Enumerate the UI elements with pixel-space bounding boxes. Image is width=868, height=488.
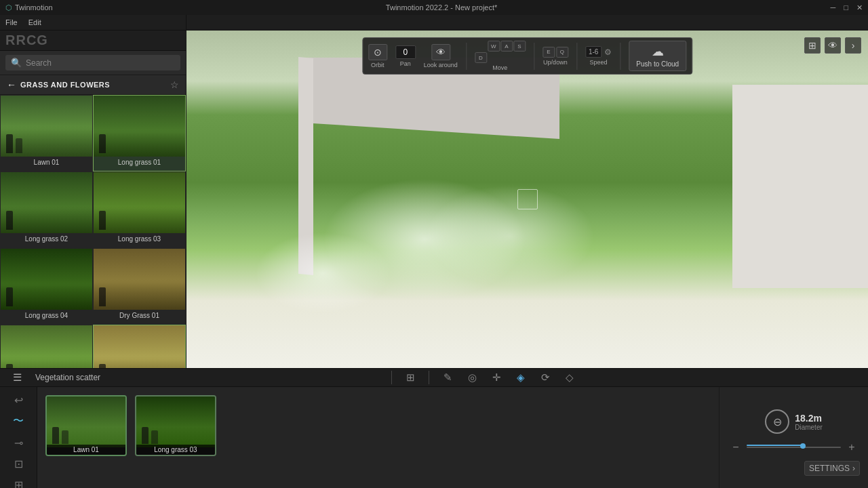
- search-wrapper[interactable]: 🔍: [5, 55, 180, 70]
- scatter-items: Lawn 01 Long grass 03: [37, 387, 719, 488]
- key-w: W: [488, 41, 500, 52]
- slider-plus-icon[interactable]: +: [844, 439, 860, 455]
- key-q: Q: [556, 47, 568, 58]
- asset-longgrass03[interactable]: Long grass 03: [93, 171, 186, 248]
- category-name: GRASS AND FLOWERS: [20, 81, 110, 89]
- orbit-tool[interactable]: ⊙ Orbit: [368, 44, 387, 68]
- sidebar: RRCG 🔍 ← GRASS AND FLOWERS ☆: [0, 30, 186, 368]
- logo-text: RRCG: [5, 33, 48, 48]
- app-name-label: Twinmotion: [15, 3, 53, 12]
- settings-button[interactable]: SETTINGS ›: [804, 461, 860, 476]
- diameter-control: ⊖ 18.2m Diameter: [765, 409, 823, 434]
- right-panel: ⊖ 18.2m Diameter − + SETTINGS ›: [719, 387, 868, 488]
- app-icon: ⬡ Twinmotion: [5, 3, 53, 12]
- asset-drygrass01-label: Dry Grass 01: [94, 310, 185, 321]
- key-d: D: [475, 52, 487, 63]
- asset-longgrass04-label: Long grass 04: [1, 310, 92, 321]
- left-icons-col: ↩ 〜 ⊸ ⊡ ⊞: [0, 387, 37, 488]
- move-tool: W A S D Move: [475, 41, 526, 71]
- separator2: [429, 371, 429, 384]
- asset-lawn01-label: Lawn 01: [1, 157, 92, 168]
- slider-minus-icon[interactable]: −: [728, 439, 744, 455]
- layers-icon[interactable]: ⊡: [7, 456, 29, 472]
- category-header: ← GRASS AND FLOWERS ☆: [0, 75, 186, 95]
- titlebar: ⬡ Twinmotion Twinmotion 2022.2 - New pro…: [0, 0, 868, 15]
- window-title: Twinmotion 2022.2 - New project*: [386, 3, 497, 12]
- scatter-item-longgrass03[interactable]: Long grass 03: [135, 395, 216, 456]
- maximize-button[interactable]: □: [844, 3, 848, 12]
- eye-icon[interactable]: 👁: [825, 37, 841, 54]
- scatter-lawn01-label: Lawn 01: [47, 445, 125, 455]
- erase-tool-icon[interactable]: ◇: [561, 369, 578, 386]
- diameter-value: 18.2m: [795, 413, 823, 424]
- hamburger-icon[interactable]: ☰: [8, 369, 26, 386]
- viewport[interactable]: ⊙ Orbit 0 Pan 👁 Look around W: [186, 30, 868, 368]
- settings-row: SETTINGS ›: [728, 461, 860, 476]
- chevron-right-icon[interactable]: ›: [845, 37, 861, 54]
- paint-icon[interactable]: ◈: [512, 369, 530, 386]
- asset-drygrass01[interactable]: Dry Grass 01: [93, 248, 186, 325]
- pan-label: Pan: [400, 60, 411, 67]
- pencil-icon[interactable]: ✎: [439, 369, 456, 386]
- asset-grid: Lawn 01 Long grass 01 Long g: [0, 95, 186, 368]
- minimize-button[interactable]: ─: [831, 3, 836, 12]
- speed-value: 1-6: [585, 46, 601, 58]
- viewport-top-right: ⊞ 👁 ›: [804, 37, 861, 54]
- speed-label: Speed: [590, 59, 608, 66]
- search-input[interactable]: [26, 58, 175, 68]
- diameter-label: Diameter: [795, 424, 823, 431]
- orbit-label: Orbit: [371, 62, 384, 68]
- pan-tool: 0 Pan: [395, 45, 416, 67]
- push-cloud-button[interactable]: ☁ Push to Cloud: [629, 41, 686, 71]
- crosshair-tool-icon[interactable]: ✛: [488, 369, 505, 386]
- circle-tool-icon[interactable]: ◎: [463, 369, 481, 386]
- look-label: Look around: [424, 62, 458, 68]
- key-s: S: [513, 41, 526, 52]
- asset-longgrass01[interactable]: Long grass 01: [93, 95, 186, 171]
- scatter-icon[interactable]: 〜: [7, 413, 29, 429]
- back-nav-icon[interactable]: ↩: [7, 392, 29, 408]
- separator-line: [391, 371, 392, 384]
- diameter-slider[interactable]: [747, 447, 841, 448]
- key-e: E: [542, 47, 555, 58]
- bottom-label: Vegetation scatter: [35, 373, 100, 382]
- search-bar: 🔍: [0, 51, 186, 75]
- menu-file[interactable]: File: [5, 18, 18, 26]
- key-a: A: [500, 41, 513, 52]
- node-icon[interactable]: ⊸: [7, 434, 29, 450]
- asset-longgrass04[interactable]: Long grass 04: [0, 248, 93, 325]
- link-icon[interactable]: ⊞: [7, 477, 29, 488]
- layout-icon[interactable]: ⊞: [804, 37, 821, 54]
- push-cloud-label: Push to Cloud: [636, 60, 679, 68]
- asset-drywildgrass01[interactable]: Dry Wild Grass 01: [93, 325, 186, 368]
- bottom-panel: ↩ 〜 ⊸ ⊡ ⊞ Lawn 01: [0, 387, 868, 488]
- diameter-slider-row: − +: [728, 439, 860, 455]
- asset-lawn01[interactable]: Lawn 01: [0, 95, 93, 171]
- asset-longgrass02-label: Long grass 02: [1, 233, 92, 245]
- pan-value: 0: [395, 45, 416, 59]
- back-arrow[interactable]: ←: [7, 79, 16, 90]
- close-button[interactable]: ✕: [856, 3, 863, 12]
- menu-edit[interactable]: Edit: [28, 18, 41, 26]
- menubar: File Edit: [0, 15, 186, 30]
- asset-longgrass02[interactable]: Long grass 02: [0, 171, 93, 248]
- move-keys: W A S D: [475, 41, 526, 63]
- diameter-icon: ⊖: [765, 409, 789, 434]
- search-icon: 🔍: [11, 58, 22, 68]
- refresh-tool-icon[interactable]: ⟳: [536, 369, 554, 386]
- category-star-icon[interactable]: ☆: [170, 79, 179, 90]
- speed-tool: 1-6 ⚙ Speed: [585, 46, 612, 66]
- orbit-icon[interactable]: ⊙: [368, 44, 387, 60]
- look-tool[interactable]: 👁 Look around: [424, 44, 458, 68]
- asset-longgrass03-label: Long grass 03: [94, 233, 185, 245]
- asset-wildgrass01[interactable]: Wild Grass 01: [0, 325, 93, 368]
- scatter-longgrass03-label: Long grass 03: [136, 445, 215, 455]
- logo-area: RRCG: [0, 30, 186, 51]
- window-controls: ─ □ ✕: [831, 3, 863, 12]
- grid-tool-icon[interactable]: ⊞: [401, 369, 419, 386]
- speed-settings-icon[interactable]: ⚙: [604, 47, 612, 57]
- scatter-item-lawn01[interactable]: Lawn 01: [45, 395, 127, 456]
- look-icon[interactable]: 👁: [431, 44, 450, 60]
- settings-label: SETTINGS: [809, 464, 850, 473]
- asset-longgrass01-label: Long grass 01: [94, 157, 185, 168]
